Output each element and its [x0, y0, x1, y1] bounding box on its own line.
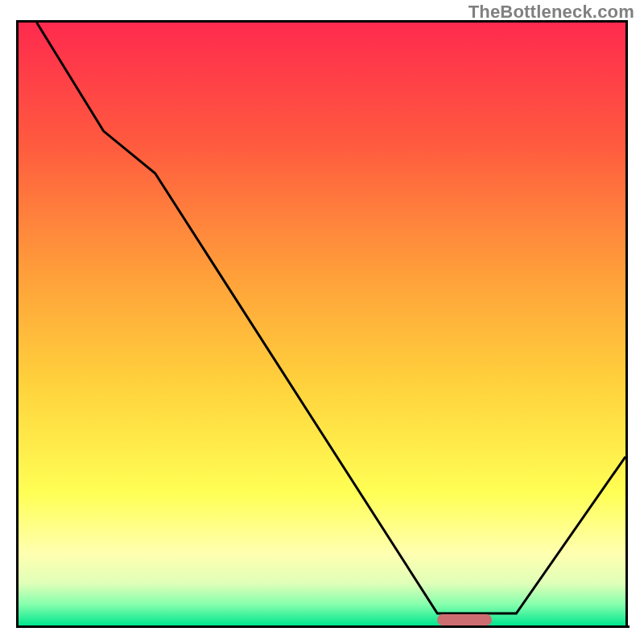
- optimal-range-marker: [437, 614, 492, 625]
- bottleneck-chart: TheBottleneck.com: [0, 0, 644, 644]
- watermark-text: TheBottleneck.com: [469, 2, 634, 23]
- bottleneck-curve: [37, 23, 625, 613]
- curve-layer: [19, 23, 625, 625]
- x-axis-line: [16, 625, 630, 628]
- plot-area: [16, 20, 628, 625]
